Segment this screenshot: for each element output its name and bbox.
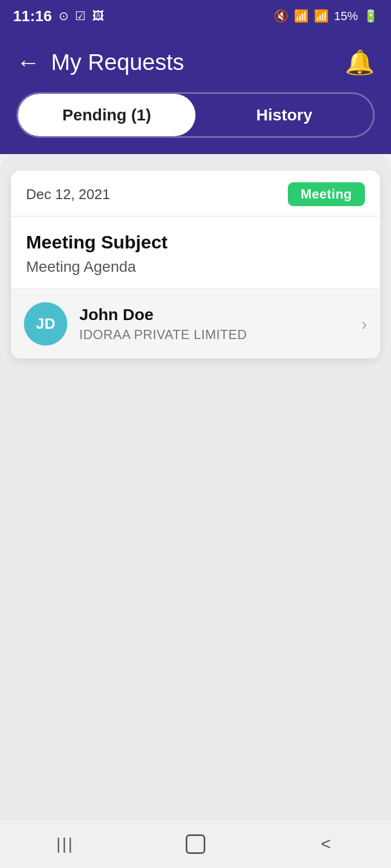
alarm-icon: ⊙	[59, 9, 68, 23]
card-date: Dec 12, 2021	[26, 186, 110, 203]
status-bar: 11:16 ⊙ ☑ 🖼 🔇 📶 📶 15% 🔋	[0, 0, 391, 33]
bottom-nav: ||| <	[0, 819, 391, 868]
home-button[interactable]	[174, 828, 217, 860]
battery-text: 15%	[334, 9, 358, 23]
person-row[interactable]: JD John Doe IDORAA PRIVATE LIMITED ›	[11, 289, 380, 359]
wifi-icon: 📶	[294, 9, 308, 23]
status-bar-right: 🔇 📶 📶 15% 🔋	[274, 9, 378, 23]
meeting-badge: Meeting	[288, 182, 365, 206]
mute-icon: 🔇	[274, 9, 288, 23]
tab-pending[interactable]: Pending (1)	[18, 94, 195, 136]
header: ← My Requests 🔔	[0, 33, 391, 92]
battery-icon: 🔋	[363, 9, 378, 23]
tab-container: Pending (1) History	[16, 92, 375, 138]
status-time: 11:16	[13, 8, 52, 25]
page-title: My Requests	[51, 49, 184, 75]
meeting-subject: Meeting Subject	[26, 232, 365, 253]
chevron-right-icon: ›	[361, 314, 367, 334]
content-area: Dec 12, 2021 Meeting Meeting Subject Mee…	[0, 154, 391, 859]
person-info: John Doe IDORAA PRIVATE LIMITED	[79, 305, 349, 342]
image-icon: 🖼	[92, 9, 104, 23]
tab-bar: Pending (1) History	[0, 92, 391, 154]
back-button[interactable]: ←	[16, 49, 40, 76]
checkbox-icon: ☑	[75, 9, 86, 23]
card-header: Dec 12, 2021 Meeting	[11, 170, 380, 216]
recents-icon: |||	[56, 835, 74, 853]
status-bar-left: 11:16 ⊙ ☑ 🖼	[13, 8, 104, 25]
notification-bell-icon[interactable]: 🔔	[345, 48, 375, 76]
back-nav-icon: <	[321, 834, 331, 854]
card-body: Meeting Subject Meeting Agenda	[11, 216, 380, 289]
person-company: IDORAA PRIVATE LIMITED	[79, 327, 349, 342]
meeting-agenda: Meeting Agenda	[26, 258, 365, 276]
tab-history[interactable]: History	[195, 94, 373, 136]
avatar: JD	[24, 302, 67, 346]
header-left: ← My Requests	[16, 49, 184, 76]
signal-icon: 📶	[314, 9, 329, 23]
home-icon	[186, 834, 205, 854]
back-nav-button[interactable]: <	[304, 828, 348, 860]
person-name: John Doe	[79, 305, 349, 324]
request-card: Dec 12, 2021 Meeting Meeting Subject Mee…	[11, 170, 380, 359]
recents-button[interactable]: |||	[43, 828, 87, 860]
